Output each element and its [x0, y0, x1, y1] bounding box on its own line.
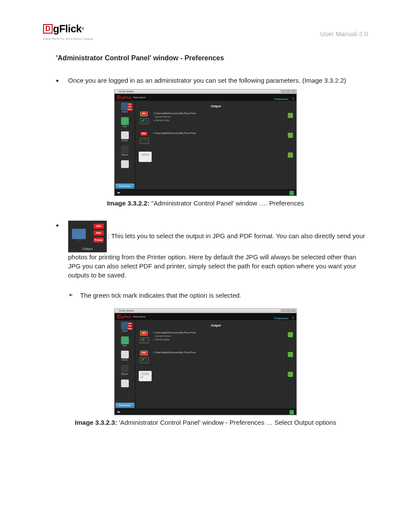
ss-titlebar-text: Kiosk Xpress	[119, 90, 134, 93]
thumb-label: Output	[68, 246, 106, 251]
bullet-list-2: JPG PDF Printer Output : This lets you t…	[43, 221, 368, 280]
preferences-button: Preferences	[115, 184, 134, 189]
jpg-opt-quality: ● Optimize Quality	[153, 119, 293, 122]
save-icon	[290, 410, 294, 414]
jpg-badge: JPG	[140, 112, 147, 116]
save-icon	[290, 191, 294, 195]
ss-brandbar: D gFlick Kiosk xpress Preferences ?	[115, 313, 296, 320]
jpg-badge: JPG	[140, 331, 147, 335]
size-icon	[121, 117, 129, 125]
pdf-badge: PDF	[140, 351, 147, 355]
thumb-jpg-pill: JPG	[93, 224, 104, 229]
ss-brandbar: D gFlick Kiosk xpress Preferences ?	[115, 94, 296, 101]
side-label-reports: Reports	[121, 373, 128, 376]
jpg-pill-icon: JPG	[128, 103, 133, 106]
window-controls: — □ ×	[281, 309, 296, 312]
ss-main: Output JPG ✓ C:\Users\dgflick\Documents\…	[135, 320, 296, 409]
ss-brand-sub: Kiosk xpress	[133, 315, 145, 318]
screenshot-1: Kiosk Xpress — □ × D gFlick Kiosk xpress…	[114, 89, 297, 196]
browse-icon	[288, 133, 293, 138]
ss-main-title: Output	[139, 104, 293, 109]
ss-brand-text: gFlick	[121, 95, 131, 100]
bullet-2: JPG PDF Printer Output : This lets you t…	[56, 221, 368, 280]
side-label-invoice: Invoice	[121, 359, 128, 361]
pdf-badge: PDF	[140, 132, 147, 136]
back-icon: ⬅	[117, 410, 120, 414]
bullet-2-text: : This lets you to select the output in …	[68, 232, 365, 279]
maximize-icon: □	[286, 90, 290, 93]
jpg-opt-size: ○ Optimize File Size	[153, 335, 293, 338]
arrow-note: The green tick mark indicates that the o…	[68, 291, 368, 300]
browse-icon	[288, 152, 293, 158]
printer-pill-icon: Printer	[128, 328, 133, 330]
logo-text: gFlick	[53, 22, 81, 36]
ss-brand-text: gFlick	[121, 314, 131, 319]
jpg-opt-quality: ● Optimize Quality	[153, 339, 293, 341]
side-label-output: Output	[122, 330, 128, 333]
printer-icon: ✓	[139, 371, 152, 381]
section-title: 'Administrator Control Panel' window - P…	[56, 53, 368, 63]
close-icon: ×	[291, 90, 296, 93]
ss-pref-link: Preferences	[274, 98, 288, 100]
pdf-pill-icon: PDF	[128, 325, 133, 327]
preferences-button: Preferences	[115, 403, 134, 408]
ss-main: Output JPG ✓ C:\Users\dgflick\Documents\…	[135, 101, 296, 190]
jpg-opt-size: ○ Optimize File Size	[153, 116, 293, 118]
output-thumbnail: JPG PDF Printer Output	[68, 221, 107, 252]
tick-icon: ✓	[141, 357, 145, 363]
jpg-path: C:\Users\dgflick\Documents\My Photo Prin…	[153, 331, 293, 334]
back-icon: ⬅	[117, 190, 120, 195]
ss-brand-box: D	[117, 96, 121, 99]
caption-2: Image 3.3.2.3: 'Administrator Control Pa…	[43, 418, 368, 427]
pdf-pill-icon: PDF	[128, 106, 133, 108]
printer-pill-icon: Printer	[128, 109, 133, 111]
pdf-path: C:\Users\dgflick\Documents\My Photo Prin…	[153, 351, 293, 354]
ss-titlebar-text: Kiosk Xpress	[119, 309, 134, 312]
jpg-path: C:\Users\dgflick\Documents\My Photo Prin…	[153, 112, 293, 115]
bullet-list-1: Once you are logged in as an administrat…	[43, 76, 368, 85]
tick-icon: ✓	[140, 374, 144, 380]
jpg-pill-icon: JPG	[128, 323, 133, 325]
side-label-size: Size	[123, 125, 127, 128]
ss-footer: ⬅	[115, 409, 296, 415]
browse-icon	[288, 352, 293, 357]
help-icon: ?	[292, 316, 294, 320]
ss-sidebar: JPG PDF Printer Output Size Invoice Repo…	[115, 320, 135, 409]
invoice-icon	[121, 131, 129, 139]
thumb-monitor-icon	[72, 229, 86, 239]
ss-titlebar: Kiosk Xpress — □ ×	[115, 309, 296, 313]
monitor-icon	[140, 138, 149, 144]
ss-sidebar: JPG PDF Printer Output Size Invoice Repo…	[115, 101, 135, 190]
maximize-icon: □	[286, 309, 290, 312]
logo-tagline: Digital World For Still & Motion Imaging	[43, 37, 93, 40]
reports-icon	[121, 365, 129, 373]
caption-1: Image 3.3.2.2: ''Administrator Control P…	[43, 199, 368, 208]
close-icon: ×	[291, 309, 296, 312]
ss-main-title: Output	[139, 324, 293, 328]
browse-icon	[288, 372, 293, 377]
minimize-icon: —	[281, 90, 285, 93]
size-icon	[121, 336, 129, 344]
window-controls: — □ ×	[281, 90, 296, 93]
caption-2-text: 'Administrator Control Panel' window - P…	[117, 419, 336, 426]
screenshot-2: Kiosk Xpress — □ × D gFlick Kiosk xpress…	[114, 308, 297, 415]
caption-2-label: Image 3.3.2.3:	[75, 419, 117, 426]
page-header: D gFlick ® Digital World For Still & Mot…	[43, 22, 368, 40]
ss-brand-box: D	[117, 315, 121, 318]
thumb-printer-pill: Printer	[93, 237, 104, 243]
thumb-pdf-pill: PDF	[93, 230, 104, 236]
tick-icon: ✓	[141, 118, 145, 124]
caption-1-label: Image 3.3.2.2:	[107, 199, 149, 207]
reports-icon	[121, 146, 129, 153]
report-doc-icon	[121, 380, 129, 387]
side-label-invoice: Invoice	[121, 140, 128, 142]
side-label-reports: Reports	[121, 154, 128, 156]
printer-icon	[139, 152, 152, 162]
ss-pref-link: Preferences	[274, 317, 288, 320]
bullet-1: Once you are logged in as an administrat…	[56, 76, 368, 85]
invoice-icon	[121, 351, 129, 358]
side-label-output: Output	[122, 111, 128, 113]
minimize-icon: —	[281, 309, 285, 312]
ss-brand-sub: Kiosk xpress	[133, 96, 145, 99]
ss-titlebar: Kiosk Xpress — □ ×	[115, 90, 296, 94]
